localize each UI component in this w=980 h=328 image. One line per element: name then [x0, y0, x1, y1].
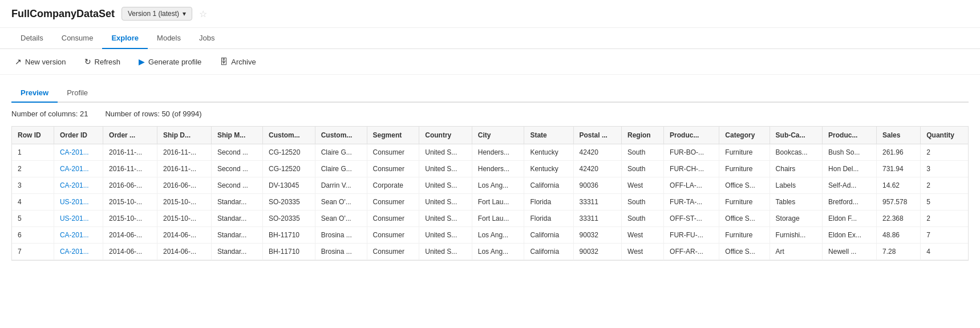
- tab-explore[interactable]: Explore: [102, 28, 148, 49]
- archive-icon: 🗄: [220, 57, 228, 66]
- cell: 261.96: [876, 144, 920, 161]
- cell: FUR-BO-...: [664, 144, 719, 161]
- cell: 90032: [573, 227, 621, 244]
- cell: CG-12520: [263, 144, 315, 161]
- col-sales: Sales: [876, 127, 920, 144]
- table-row: 1 CA-201... 2016-11-... 2016-11-... Seco…: [12, 144, 968, 161]
- cell: 2015-10-...: [157, 194, 211, 210]
- col-region: Region: [622, 127, 664, 144]
- table-row: 2 CA-201... 2016-11-... 2016-11-... Seco…: [12, 161, 968, 177]
- cell: Los Ang...: [472, 227, 524, 244]
- cell: United S...: [419, 144, 472, 161]
- cell: SO-20335: [263, 194, 315, 210]
- cell: Kentucky: [524, 161, 573, 177]
- cell: Sean O'...: [315, 210, 367, 227]
- cell: California: [524, 244, 573, 260]
- subtabs: Preview Profile: [11, 84, 969, 103]
- col-product-name: Produc...: [823, 127, 877, 144]
- new-version-icon: ↗: [15, 57, 22, 66]
- main-content: Preview Profile Number of columns: 21 Nu…: [0, 75, 980, 270]
- cell: 2: [921, 144, 968, 161]
- generate-profile-button[interactable]: ▶ Generate profile: [135, 55, 205, 68]
- col-postal-code: Postal ...: [573, 127, 621, 144]
- cell: 2015-10-...: [103, 194, 157, 210]
- cell: Consumer: [367, 210, 419, 227]
- cell: Labels: [770, 177, 823, 194]
- col-city: City: [472, 127, 524, 144]
- cell: 33311: [573, 194, 621, 210]
- tab-models[interactable]: Models: [148, 28, 190, 49]
- table-row: 6 CA-201... 2014-06-... 2014-06-... Stan…: [12, 227, 968, 244]
- cell: BH-11710: [263, 227, 315, 244]
- cell: 2: [12, 161, 54, 177]
- cell: FUR-CH-...: [664, 161, 719, 177]
- archive-button[interactable]: 🗄 Archive: [216, 55, 259, 68]
- cell: US-201...: [54, 194, 103, 210]
- generate-profile-label: Generate profile: [148, 58, 201, 66]
- cell: 2015-10-...: [103, 210, 157, 227]
- table-row: 5 US-201... 2015-10-... 2015-10-... Stan…: [12, 210, 968, 227]
- col-ship-mode: Ship M...: [211, 127, 262, 144]
- col-ship-date: Ship D...: [157, 127, 211, 144]
- version-dropdown[interactable]: Version 1 (latest) ▾: [122, 7, 192, 21]
- cell: Storage: [770, 210, 823, 227]
- cell: Standar...: [211, 244, 262, 260]
- cell: Second ...: [211, 177, 262, 194]
- cell: 2014-06-...: [157, 227, 211, 244]
- cell: South: [622, 144, 664, 161]
- cell: 2: [921, 177, 968, 194]
- col-customer-name: Custom...: [315, 127, 367, 144]
- subtab-profile[interactable]: Profile: [58, 84, 97, 103]
- cell: 2016-11-...: [157, 144, 211, 161]
- cell: CA-201...: [54, 244, 103, 260]
- tab-consume[interactable]: Consume: [52, 28, 103, 49]
- cell: Furniture: [719, 194, 770, 210]
- cell: United S...: [419, 210, 472, 227]
- cell: California: [524, 227, 573, 244]
- cell: CA-201...: [54, 177, 103, 194]
- cell: Henders...: [472, 161, 524, 177]
- cell: FUR-FU-...: [664, 227, 719, 244]
- cell: 2014-06-...: [157, 244, 211, 260]
- cell: 3: [921, 161, 968, 177]
- cell: Los Ang...: [472, 244, 524, 260]
- cell: Consumer: [367, 244, 419, 260]
- cell: 42420: [573, 144, 621, 161]
- cell: 90036: [573, 177, 621, 194]
- col-customer-id: Custom...: [263, 127, 315, 144]
- cell: US-201...: [54, 210, 103, 227]
- page-title: FullCompanyDataSet: [11, 8, 115, 20]
- cell: 2016-11-...: [103, 161, 157, 177]
- cell: 2014-06-...: [103, 244, 157, 260]
- cell: South: [622, 210, 664, 227]
- cell: 2016-06-...: [157, 177, 211, 194]
- toolbar: ↗ New version ↻ Refresh ▶ Generate profi…: [0, 49, 980, 75]
- cell: 7.28: [876, 244, 920, 260]
- cell: Furnishi...: [770, 227, 823, 244]
- cell: United S...: [419, 161, 472, 177]
- data-table-container[interactable]: Row ID Order ID Order ... Ship D... Ship…: [11, 126, 969, 261]
- cell: Furniture: [719, 161, 770, 177]
- cell: Florida: [524, 194, 573, 210]
- cell: OFF-AR-...: [664, 244, 719, 260]
- col-order-id: Order ID: [54, 127, 103, 144]
- cell: 33311: [573, 210, 621, 227]
- cell: Bush So...: [823, 144, 877, 161]
- tab-jobs[interactable]: Jobs: [190, 28, 224, 49]
- cell: Standar...: [211, 194, 262, 210]
- cell: 90032: [573, 244, 621, 260]
- cell: FUR-TA-...: [664, 194, 719, 210]
- refresh-button[interactable]: ↻ Refresh: [81, 55, 124, 68]
- favorite-icon[interactable]: ☆: [199, 9, 207, 19]
- cell: Art: [770, 244, 823, 260]
- col-segment: Segment: [367, 127, 419, 144]
- tab-details[interactable]: Details: [11, 28, 52, 49]
- new-version-button[interactable]: ↗ New version: [11, 55, 70, 68]
- cell: OFF-LA-...: [664, 177, 719, 194]
- cell: 2: [921, 210, 968, 227]
- cell: Consumer: [367, 144, 419, 161]
- meta-info: Number of columns: 21 Number of rows: 50…: [11, 110, 969, 118]
- cell: Hon Del...: [823, 161, 877, 177]
- subtab-preview[interactable]: Preview: [11, 84, 58, 103]
- cell: 4: [12, 194, 54, 210]
